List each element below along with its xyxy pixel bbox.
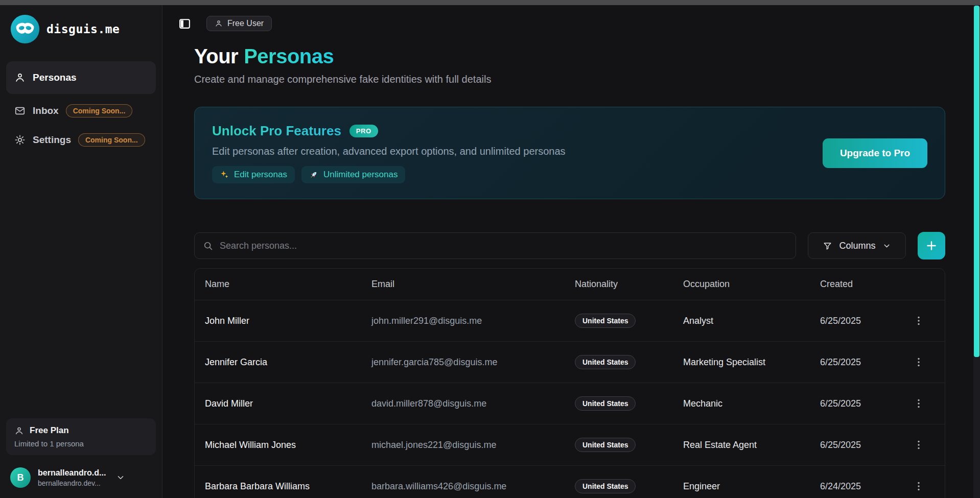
nationality-badge: United States [575,479,636,493]
user-meta: bernalleandro.d... bernalleandro.dev... [38,468,106,487]
free-user-label: Free User [227,19,264,28]
persona-occupation: Marketing Specialist [673,357,810,368]
three-dots-vertical-icon [913,480,925,492]
user-email: bernalleandro.dev... [38,479,106,487]
row-actions-button[interactable] [913,480,925,492]
persona-name: John Miller [195,316,361,326]
gear-icon [14,134,26,146]
chevron-down-icon [116,473,125,482]
three-dots-vertical-icon [913,315,925,327]
page-subtitle: Create and manage comprehensive fake ide… [194,74,980,85]
feature-chip-unlimited-personas: Unlimited personas [301,166,406,183]
column-header-name: Name [195,279,361,290]
page-title-accent: Personas [244,45,334,67]
sidebar-item-inbox[interactable]: Inbox Coming Soon... [6,99,156,123]
persona-email: michael.jones221@disguis.me [361,440,565,450]
sidebar-item-settings[interactable]: Settings Coming Soon... [6,128,156,152]
feature-chip-edit-personas: Edit personas [212,166,295,183]
sidebar: disguis.me Personas Inbox Coming Soon. [0,5,162,498]
plan-title: Free Plan [30,425,69,436]
sidebar-toggle-button[interactable] [178,17,191,30]
plus-icon [925,239,938,252]
table-row: Barbara Barbara Williams barbara.william… [195,466,945,498]
panel-left-icon [178,17,191,30]
nationality-badge: United States [575,396,636,411]
coming-soon-badge: Coming Soon... [66,104,133,117]
persona-created: 6/25/2025 [810,357,897,368]
brand-name: disguis.me [46,22,120,36]
pro-banner: Unlock Pro Features PRO Edit personas af… [194,107,945,199]
plan-subtitle: Limited to 1 persona [14,439,148,448]
main-content: Free User YourPersonas Create and manage… [162,5,980,498]
user-menu[interactable]: B bernalleandro.d... bernalleandro.dev..… [6,467,156,490]
pro-badge: PRO [349,125,378,137]
sidebar-bottom: Free Plan Limited to 1 persona B bernall… [6,418,156,490]
nationality-badge: United States [575,355,636,369]
persona-email: john.miller291@disguis.me [361,316,565,326]
column-header-occupation: Occupation [673,279,810,290]
column-header-email: Email [361,279,565,290]
main-topbar: Free User [178,16,980,31]
chevron-down-icon [882,242,891,250]
user-icon [14,72,26,83]
three-dots-vertical-icon [913,356,925,368]
rocket-icon [309,170,318,179]
free-user-badge: Free User [206,16,272,31]
persona-name: Barbara Barbara Williams [195,481,361,492]
app-root: disguis.me Personas Inbox Coming Soon. [0,5,980,498]
user-icon [14,426,24,436]
sidebar-item-label: Inbox [33,105,59,116]
table-row: David Miller david.miller878@disguis.me … [195,383,945,424]
persona-occupation: Mechanic [673,398,810,409]
window-top-strip [0,0,980,5]
persona-created: 6/25/2025 [810,440,897,450]
personas-table: Name Email Nationality Occupation Create… [194,268,945,498]
add-persona-button[interactable] [918,232,945,259]
row-actions-button[interactable] [913,356,925,368]
pro-banner-left: Unlock Pro Features PRO Edit personas af… [212,123,566,183]
row-actions-button[interactable] [913,315,925,327]
upgrade-to-pro-button[interactable]: Upgrade to Pro [823,138,927,168]
persona-name: Michael William Jones [195,440,361,450]
search-input[interactable] [220,241,787,251]
persona-email: david.miller878@disguis.me [361,398,565,409]
sidebar-nav: Personas Inbox Coming Soon... [6,61,156,152]
table-header-row: Name Email Nationality Occupation Create… [195,269,945,300]
three-dots-vertical-icon [913,397,925,410]
table-row: Michael William Jones michael.jones221@d… [195,424,945,466]
row-actions-button[interactable] [913,397,925,410]
search-icon [203,241,213,251]
persona-occupation: Real Estate Agent [673,440,810,450]
mail-icon [14,105,26,116]
persona-created: 6/25/2025 [810,398,897,409]
pro-banner-title: Unlock Pro Features [212,123,341,139]
search-box [194,232,796,259]
persona-created: 6/25/2025 [810,316,897,326]
sidebar-item-personas[interactable]: Personas [6,61,156,94]
nationality-badge: United States [575,314,636,328]
persona-occupation: Analyst [673,316,810,326]
sidebar-item-label: Settings [33,134,71,146]
persona-created: 6/24/2025 [810,481,897,492]
filter-icon [823,241,832,251]
user-name: bernalleandro.d... [38,468,106,478]
scrollbar[interactable] [973,5,980,498]
persona-email: barbara.williams426@disguis.me [361,481,565,492]
pro-banner-description: Edit personas after creation, advanced e… [212,146,566,157]
table-row: Jennifer Garcia jennifer.garcia785@disgu… [195,342,945,383]
mask-logo-icon [10,14,40,44]
persona-occupation: Engineer [673,481,810,492]
persona-name: Jennifer Garcia [195,357,361,368]
scrollbar-thumb[interactable] [974,6,979,357]
three-dots-vertical-icon [913,439,925,451]
user-icon [215,19,223,28]
row-actions-button[interactable] [913,439,925,451]
sidebar-item-label: Personas [33,72,77,83]
persona-name: David Miller [195,398,361,409]
pro-feature-chips: Edit personas [212,166,566,183]
brand: disguis.me [6,14,156,44]
columns-button[interactable]: Columns [808,232,906,259]
table-row: John Miller john.miller291@disguis.me Un… [195,300,945,342]
avatar: B [10,467,31,488]
column-header-created: Created [810,279,897,290]
